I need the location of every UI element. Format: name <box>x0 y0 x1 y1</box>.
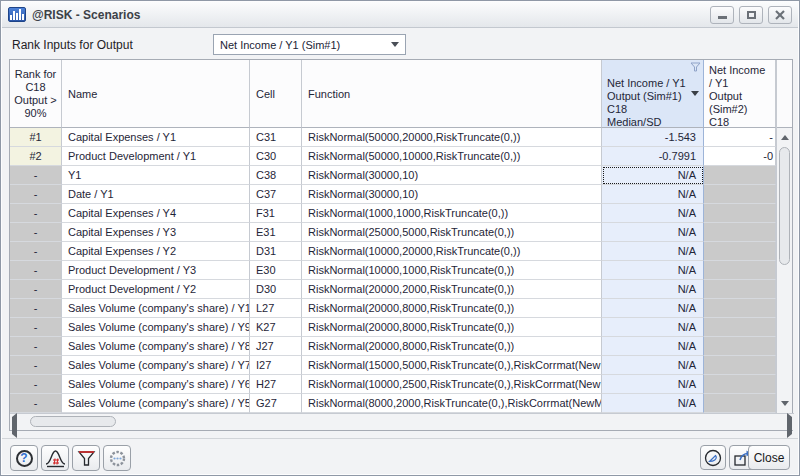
sim2-value-cell[interactable] <box>704 318 776 337</box>
function-cell[interactable]: RiskNormal(20000,8000,RiskTruncate(0,)) <box>302 318 602 337</box>
table-row[interactable]: - Capital Expenses / Y2 D31 RiskNormal(1… <box>10 242 776 261</box>
settings-button[interactable] <box>103 445 131 471</box>
function-cell[interactable]: RiskNormal(30000,10) <box>302 166 602 185</box>
horizontal-scroll-thumb[interactable] <box>30 416 116 427</box>
number-format-button[interactable] <box>41 445 69 471</box>
table-row[interactable]: - Capital Expenses / Y4 F31 RiskNormal(1… <box>10 204 776 223</box>
sim1-value-cell[interactable]: N/A <box>602 242 704 261</box>
close-button[interactable]: Close <box>748 445 790 470</box>
sim2-value-cell[interactable] <box>704 280 776 299</box>
name-cell[interactable]: Capital Expenses / Y3 <box>62 223 250 242</box>
table-row[interactable]: - Sales Volume (company's share) / Y6 H2… <box>10 375 776 394</box>
table-row[interactable]: - Product Development / Y3 E30 RiskNorma… <box>10 261 776 280</box>
sim1-value-cell[interactable]: N/A <box>602 185 704 204</box>
sim2-value-cell[interactable] <box>704 242 776 261</box>
table-row[interactable]: #1 Capital Expenses / Y1 C31 RiskNormal(… <box>10 128 776 147</box>
column-header-name[interactable]: Name <box>62 60 250 128</box>
name-cell[interactable]: Product Development / Y1 <box>62 147 250 166</box>
name-cell[interactable]: Sales Volume (company's share) / Y9 <box>62 318 250 337</box>
scroll-right-button[interactable] <box>787 417 792 435</box>
sim1-value-cell[interactable]: -1.543 <box>602 128 704 147</box>
cell-ref-cell[interactable]: G27 <box>250 394 302 413</box>
sim2-value-cell[interactable] <box>704 185 776 204</box>
help-button[interactable]: ? <box>10 445 38 471</box>
output-selector-dropdown[interactable]: Net Income / Y1 (Sim#1) <box>213 34 406 55</box>
column-header-sim1[interactable]: Net Income / Y1 Output (Sim#1) C18 Media… <box>602 60 704 128</box>
function-cell[interactable]: RiskNormal(15000,5000,RiskTruncate(0,),R… <box>302 356 602 375</box>
cell-ref-cell[interactable]: E31 <box>250 223 302 242</box>
titlebar[interactable]: @RISK - Scenarios <box>2 2 798 28</box>
function-cell[interactable]: RiskNormal(30000,10) <box>302 185 602 204</box>
sim1-value-cell[interactable]: N/A <box>602 299 704 318</box>
sim1-value-cell[interactable]: N/A <box>602 261 704 280</box>
sim1-value-cell[interactable]: N/A <box>602 318 704 337</box>
maximize-button[interactable] <box>739 6 763 24</box>
sim2-value-cell[interactable] <box>704 394 776 413</box>
table-row[interactable]: - Capital Expenses / Y3 E31 RiskNormal(2… <box>10 223 776 242</box>
name-cell[interactable]: Capital Expenses / Y2 <box>62 242 250 261</box>
filter-funnel-icon[interactable] <box>690 62 701 72</box>
name-cell[interactable]: Product Development / Y3 <box>62 261 250 280</box>
name-cell[interactable]: Sales Volume (company's share) / Y5 <box>62 394 250 413</box>
function-cell[interactable]: RiskNormal(10000,1000,RiskTruncate(0,)) <box>302 261 602 280</box>
scroll-down-button[interactable] <box>778 396 791 411</box>
cell-ref-cell[interactable]: H27 <box>250 375 302 394</box>
table-row[interactable]: - Y1 C38 RiskNormal(30000,10) N/A <box>10 166 776 185</box>
function-cell[interactable]: RiskNormal(50000,10000,RiskTruncate(0,)) <box>302 147 602 166</box>
sim2-value-cell[interactable] <box>704 204 776 223</box>
table-row[interactable]: - Sales Volume (company's share) / Y5 G2… <box>10 394 776 413</box>
name-cell[interactable]: Sales Volume (company's share) / Y7 <box>62 356 250 375</box>
sim2-value-cell[interactable] <box>704 356 776 375</box>
sim2-value-cell[interactable] <box>704 166 776 185</box>
sim1-value-cell[interactable]: N/A <box>602 223 704 242</box>
cell-ref-cell[interactable]: D31 <box>250 242 302 261</box>
close-window-button[interactable] <box>768 6 792 24</box>
sim2-value-cell[interactable] <box>704 261 776 280</box>
scroll-up-button[interactable] <box>778 130 791 145</box>
sim1-value-cell[interactable]: N/A <box>602 375 704 394</box>
sim1-value-cell[interactable]: N/A <box>602 166 704 185</box>
sim1-value-cell[interactable]: N/A <box>602 394 704 413</box>
cell-ref-cell[interactable]: K27 <box>250 318 302 337</box>
vertical-scroll-thumb[interactable] <box>779 147 790 265</box>
name-cell[interactable]: Capital Expenses / Y4 <box>62 204 250 223</box>
function-cell[interactable]: RiskNormal(20000,8000,RiskTruncate(0,)) <box>302 299 602 318</box>
cell-ref-cell[interactable]: J27 <box>250 337 302 356</box>
sim2-value-cell[interactable]: -0 <box>704 147 776 166</box>
table-row[interactable]: - Sales Volume (company's share) / Y10 L… <box>10 299 776 318</box>
filter-button[interactable] <box>72 445 100 471</box>
column-header-rank[interactable]: Rank for C18 Output > 90% <box>10 60 62 128</box>
function-cell[interactable]: RiskNormal(50000,20000,RiskTruncate(0,)) <box>302 128 602 147</box>
cell-ref-cell[interactable]: F31 <box>250 204 302 223</box>
sort-dropdown-icon[interactable] <box>691 91 699 96</box>
table-row[interactable]: - Date / Y1 C37 RiskNormal(30000,10) N/A <box>10 185 776 204</box>
cell-ref-cell[interactable]: C37 <box>250 185 302 204</box>
sim1-value-cell[interactable]: N/A <box>602 204 704 223</box>
sim2-value-cell[interactable] <box>704 375 776 394</box>
cell-ref-cell[interactable]: C38 <box>250 166 302 185</box>
sim1-value-cell[interactable]: N/A <box>602 356 704 375</box>
table-row[interactable]: - Sales Volume (company's share) / Y8 J2… <box>10 337 776 356</box>
name-cell[interactable]: Date / Y1 <box>62 185 250 204</box>
function-cell[interactable]: RiskNormal(8000,2000,RiskTruncate(0,),Ri… <box>302 394 602 413</box>
table-row[interactable]: - Product Development / Y2 D30 RiskNorma… <box>10 280 776 299</box>
name-cell[interactable]: Sales Volume (company's share) / Y10 <box>62 299 250 318</box>
cell-ref-cell[interactable]: L27 <box>250 299 302 318</box>
function-cell[interactable]: RiskNormal(20000,8000,RiskTruncate(0,)) <box>302 337 602 356</box>
name-cell[interactable]: Y1 <box>62 166 250 185</box>
edit-report-button[interactable] <box>700 445 726 470</box>
horizontal-scrollbar[interactable] <box>10 413 794 430</box>
table-row[interactable]: - Sales Volume (company's share) / Y7 I2… <box>10 356 776 375</box>
function-cell[interactable]: RiskNormal(10000,2500,RiskTruncate(0,),R… <box>302 375 602 394</box>
column-header-cell[interactable]: Cell <box>250 60 302 128</box>
sim1-value-cell[interactable]: N/A <box>602 337 704 356</box>
scroll-left-button[interactable] <box>12 417 17 435</box>
name-cell[interactable]: Capital Expenses / Y1 <box>62 128 250 147</box>
sim2-value-cell[interactable]: - <box>704 128 776 147</box>
cell-ref-cell[interactable]: C31 <box>250 128 302 147</box>
name-cell[interactable]: Product Development / Y2 <box>62 280 250 299</box>
function-cell[interactable]: RiskNormal(20000,2000,RiskTruncate(0,)) <box>302 280 602 299</box>
sim2-value-cell[interactable] <box>704 299 776 318</box>
sim2-value-cell[interactable] <box>704 337 776 356</box>
sim1-value-cell[interactable]: N/A <box>602 280 704 299</box>
